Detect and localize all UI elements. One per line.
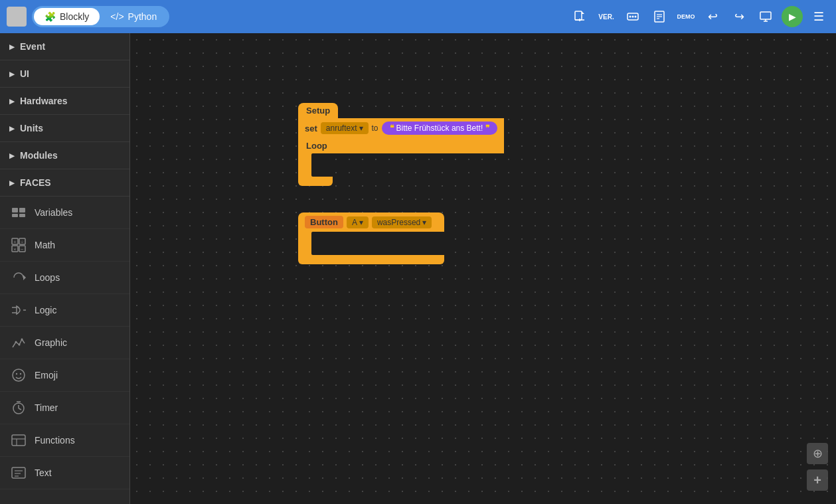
svg-rect-40 xyxy=(12,435,25,446)
sidebar-category-faces-label: FACES xyxy=(20,177,51,188)
button-block[interactable]: Button A ▾ wasPressed ▾ xyxy=(298,212,444,264)
setup-label: Setup xyxy=(306,106,330,116)
blockly-icon: 🧩 xyxy=(44,11,56,22)
sidebar-item-math-label: Math xyxy=(35,240,55,250)
sidebar-item-timer[interactable]: Timer xyxy=(0,392,129,424)
variables-icon xyxy=(9,203,28,222)
timer-icon xyxy=(9,398,28,417)
svg-text:+: + xyxy=(13,239,17,245)
units-arrow-icon: ▶ xyxy=(9,125,15,132)
menu-button[interactable]: ☰ xyxy=(808,6,829,27)
run-button[interactable]: ▶ xyxy=(782,6,803,27)
tab-python[interactable]: </> Python xyxy=(100,8,167,25)
demo-label: DEMO xyxy=(677,13,695,20)
serial-button[interactable] xyxy=(622,6,643,27)
zoom-in-button[interactable]: + xyxy=(807,469,828,491)
tab-blockly[interactable]: 🧩 Blockly xyxy=(34,8,100,25)
sidebar-item-graphic-label: Graphic xyxy=(35,337,67,348)
svg-line-38 xyxy=(19,408,21,410)
setup-block[interactable]: Setup set anruftext ▾ to ❝ Bitte Frühstü… xyxy=(298,103,504,186)
svg-point-5 xyxy=(632,16,634,18)
button-dropdown-value: A xyxy=(352,218,357,227)
svg-point-35 xyxy=(20,373,21,375)
sidebar-item-timer-label: Timer xyxy=(35,402,58,413)
text-icon xyxy=(9,463,28,482)
header: 🧩 Blockly </> Python VER. DEMO ↩ ↪ xyxy=(0,0,836,33)
math-icon: + ÷ × − xyxy=(9,236,28,254)
python-icon: </> xyxy=(110,11,124,22)
button-method-label: wasPressed xyxy=(377,218,420,227)
monitor-button[interactable] xyxy=(755,6,776,27)
version-button[interactable]: VER. xyxy=(596,6,617,27)
sidebar-category-units-label: Units xyxy=(20,123,43,133)
svg-text:×: × xyxy=(13,246,17,252)
sidebar-item-loops-label: Loops xyxy=(35,272,60,283)
svg-marker-26 xyxy=(23,275,26,280)
to-keyword: to xyxy=(372,124,378,133)
sidebar-item-text-label: Text xyxy=(35,467,52,478)
button-method-dropdown[interactable]: wasPressed ▾ xyxy=(372,216,432,228)
sidebar-item-variables[interactable]: Variables xyxy=(0,197,129,229)
button-a-dropdown[interactable]: A ▾ xyxy=(347,216,369,228)
sidebar-item-math[interactable]: + ÷ × − Math xyxy=(0,229,129,262)
sidebar-category-event-label: Event xyxy=(20,41,45,52)
undo-button[interactable]: ↩ xyxy=(702,6,723,27)
sidebar-item-loops[interactable]: Loops xyxy=(0,262,129,294)
version-label: VER. xyxy=(598,13,614,21)
svg-text:÷: ÷ xyxy=(21,239,24,245)
main-content: ▶ Event ▶ UI ▶ Hardwares ▶ Units ▶ Modul… xyxy=(0,33,836,504)
sidebar-item-variables-label: Variables xyxy=(35,207,72,218)
svg-rect-15 xyxy=(19,208,25,212)
sidebar-item-logic-label: Logic xyxy=(35,305,56,315)
canvas-area[interactable]: Setup set anruftext ▾ to ❝ Bitte Frühstü… xyxy=(130,33,836,504)
tab-python-label: Python xyxy=(128,11,157,22)
sidebar-category-modules-label: Modules xyxy=(20,150,58,161)
string-value[interactable]: ❝ Bitte Frühstück ans Bett! ❞ xyxy=(382,122,498,135)
svg-rect-11 xyxy=(760,12,771,19)
demo-button[interactable]: DEMO xyxy=(675,6,697,27)
sidebar-category-event[interactable]: ▶ Event xyxy=(0,33,129,60)
sidebar-category-modules[interactable]: ▶ Modules xyxy=(0,142,129,169)
anruftext-dropdown[interactable]: anruftext ▾ xyxy=(321,122,369,134)
svg-point-32 xyxy=(21,339,23,341)
sidebar: ▶ Event ▶ UI ▶ Hardwares ▶ Units ▶ Modul… xyxy=(0,33,130,504)
logic-icon xyxy=(9,301,28,319)
button-method-arrow: ▾ xyxy=(422,218,426,227)
header-toolbar: VER. DEMO ↩ ↪ ▶ ☰ xyxy=(569,6,829,27)
svg-rect-16 xyxy=(12,214,18,217)
sidebar-item-emoji[interactable]: Emoji xyxy=(0,359,129,392)
redo-button[interactable]: ↪ xyxy=(728,6,750,27)
anruftext-label: anruftext xyxy=(326,124,357,133)
svg-rect-17 xyxy=(19,214,25,217)
event-arrow-icon: ▶ xyxy=(9,43,15,50)
ui-arrow-icon: ▶ xyxy=(9,70,15,78)
svg-point-30 xyxy=(15,341,17,343)
button-tag: Button xyxy=(305,216,343,228)
set-keyword: set xyxy=(305,124,317,133)
sidebar-category-hardwares[interactable]: ▶ Hardwares xyxy=(0,88,129,115)
hardwares-arrow-icon: ▶ xyxy=(9,98,15,105)
quote-right-icon: ❞ xyxy=(485,124,489,133)
sidebar-item-graphic[interactable]: Graphic xyxy=(0,327,129,359)
compass-button[interactable]: ⊕ xyxy=(807,443,828,464)
string-text: Bitte Frühstück ans Bett! xyxy=(396,124,483,133)
sidebar-category-ui[interactable]: ▶ UI xyxy=(0,60,129,88)
emoji-icon xyxy=(9,366,28,384)
app-logo xyxy=(7,7,27,27)
functions-icon xyxy=(9,431,28,450)
graphic-icon xyxy=(9,333,28,352)
sidebar-category-units[interactable]: ▶ Units xyxy=(0,115,129,142)
button-dropdown-arrow: ▾ xyxy=(359,218,363,227)
modules-arrow-icon: ▶ xyxy=(9,152,15,159)
sidebar-item-text[interactable]: Text xyxy=(0,457,129,489)
sidebar-item-functions[interactable]: Functions xyxy=(0,424,129,457)
sidebar-item-functions-label: Functions xyxy=(35,435,75,446)
doc-button[interactable] xyxy=(649,6,670,27)
header-left: 🧩 Blockly </> Python xyxy=(7,6,169,27)
tab-blockly-label: Blockly xyxy=(60,11,89,22)
sidebar-category-faces[interactable]: ▶ FACES xyxy=(0,169,129,197)
new-button[interactable] xyxy=(569,6,590,27)
svg-point-33 xyxy=(13,369,25,381)
svg-point-34 xyxy=(16,373,17,375)
sidebar-item-logic[interactable]: Logic xyxy=(0,294,129,327)
